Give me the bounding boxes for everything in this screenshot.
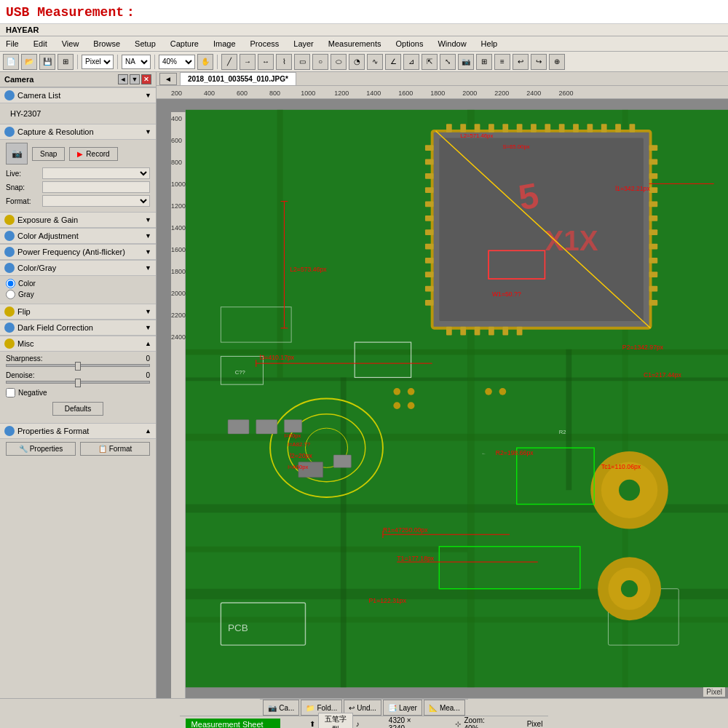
na-select[interactable]: NA bbox=[122, 55, 151, 69]
toolbar-ellipse[interactable]: ⬭ bbox=[331, 54, 347, 70]
menu-file[interactable]: File bbox=[3, 38, 22, 50]
camera-taskbar-btn[interactable]: 📷 Ca... bbox=[263, 700, 299, 716]
svg-rect-54 bbox=[649, 159, 658, 165]
menu-help[interactable]: Help bbox=[478, 38, 501, 50]
svg-rect-49 bbox=[475, 327, 480, 336]
measurement-sheet-btn[interactable]: Measurement Sheet bbox=[186, 719, 280, 729]
defaults-button[interactable]: Defaults bbox=[52, 402, 104, 416]
menu-setup[interactable]: Setup bbox=[132, 38, 159, 50]
snap-button[interactable]: Snap bbox=[32, 147, 65, 161]
menu-browse[interactable]: Browse bbox=[90, 38, 123, 50]
properties-button[interactable]: 🔧 Properties bbox=[6, 442, 76, 456]
camera-taskbar-icon: 📷 bbox=[268, 704, 277, 712]
sharpness-thumb[interactable] bbox=[75, 362, 81, 371]
format-select[interactable] bbox=[42, 195, 150, 207]
dark-field-header[interactable]: Dark Field Correction ▼ bbox=[0, 320, 156, 336]
toolbar-save[interactable]: 💾 bbox=[39, 54, 55, 70]
snap-field-row: Snap: bbox=[6, 181, 150, 193]
canvas-container[interactable]: 400 600 800 1000 1200 1400 1600 1800 200… bbox=[171, 99, 728, 698]
denoise-thumb[interactable] bbox=[75, 379, 81, 387]
svg-rect-64 bbox=[649, 300, 658, 306]
toolbar-open[interactable]: 📂 bbox=[21, 54, 37, 70]
svg-rect-30 bbox=[425, 272, 434, 277]
power-freq-header[interactable]: Power Frequency (Anti-flicker) ▼ bbox=[0, 244, 156, 260]
toolbar-curve[interactable]: ∿ bbox=[367, 54, 383, 70]
camera-list-header[interactable]: Camera List ▼ bbox=[0, 87, 156, 103]
svg-rect-31 bbox=[425, 286, 434, 292]
toolbar-grid[interactable]: ⊞ bbox=[58, 54, 74, 70]
toolbar-3pt[interactable]: ⊿ bbox=[403, 54, 419, 70]
ruler-800: 800 bbox=[269, 90, 280, 97]
pixel-select[interactable]: Pixel bbox=[82, 55, 114, 69]
menu-options[interactable]: Options bbox=[393, 38, 427, 50]
toolbar-measure-line[interactable]: ↔ bbox=[258, 54, 274, 70]
layer-taskbar-btn[interactable]: 📑 Layer bbox=[383, 700, 422, 716]
menu-view[interactable]: View bbox=[59, 38, 82, 50]
svg-rect-46 bbox=[630, 124, 636, 132]
snap-field-input[interactable] bbox=[42, 181, 150, 193]
menu-layer[interactable]: Layer bbox=[290, 38, 317, 50]
color-radio[interactable] bbox=[6, 279, 15, 288]
title-text: USB Measurement： bbox=[6, 5, 137, 20]
toolbar-scale[interactable]: ⤡ bbox=[440, 54, 456, 70]
svg-rect-58 bbox=[649, 215, 658, 221]
pcb-canvas[interactable]: PCB 5 X1X bbox=[186, 99, 728, 698]
color-gray-header[interactable]: Color/Gray ▼ bbox=[0, 260, 156, 276]
toolbar-line[interactable]: ╱ bbox=[221, 54, 237, 70]
tab-prev-btn[interactable]: ◄ bbox=[159, 73, 177, 85]
toolbar-redo[interactable]: ↪ bbox=[531, 54, 547, 70]
zoom-select[interactable]: 40% bbox=[159, 55, 195, 69]
toolbar-undo[interactable]: ↩ bbox=[513, 54, 529, 70]
menu-measurements[interactable]: Measurements bbox=[325, 38, 384, 50]
mea-taskbar-btn[interactable]: 📐 Mea... bbox=[424, 700, 465, 716]
color-adj-header[interactable]: Color Adjustment ▼ bbox=[0, 228, 156, 244]
misc-arrow: ▲ bbox=[145, 340, 151, 347]
gray-radio[interactable] bbox=[6, 290, 15, 299]
live-select[interactable] bbox=[42, 167, 150, 179]
toolbar-new[interactable]: 📄 bbox=[3, 54, 19, 70]
toolbar-move[interactable]: ⇱ bbox=[422, 54, 438, 70]
menu-capture[interactable]: Capture bbox=[167, 38, 202, 50]
toolbar-rect[interactable]: ▭ bbox=[294, 54, 310, 70]
svg-rect-63 bbox=[649, 286, 658, 292]
toolbar-hand[interactable]: ✋ bbox=[197, 54, 213, 70]
panel-arrow-btn[interactable]: ▼ bbox=[130, 74, 140, 84]
toolbar-grid2[interactable]: ⊞ bbox=[476, 54, 492, 70]
toolbar-arrow[interactable]: → bbox=[240, 54, 256, 70]
menu-process[interactable]: Process bbox=[248, 38, 282, 50]
menu-edit[interactable]: Edit bbox=[31, 38, 50, 50]
folder-taskbar-label: Fold... bbox=[317, 704, 337, 712]
toolbar-poly[interactable]: ⌇ bbox=[276, 54, 292, 70]
misc-header[interactable]: Misc ▲ bbox=[0, 336, 156, 352]
toolbar-angle[interactable]: ∠ bbox=[385, 54, 401, 70]
svg-rect-78 bbox=[333, 455, 351, 467]
negative-checkbox[interactable] bbox=[6, 388, 15, 397]
format-button[interactable]: 📋 Format bbox=[80, 442, 150, 456]
negative-row: Negative bbox=[6, 388, 150, 397]
properties-header[interactable]: Properties & Format ▲ bbox=[0, 423, 156, 439]
tab-filename: 2018_0101_003554_010.JPG* bbox=[188, 75, 288, 83]
capture-label: Capture & Resolution bbox=[17, 127, 94, 136]
toolbar-misc[interactable]: ⊕ bbox=[549, 54, 565, 70]
toolbar-circle[interactable]: ○ bbox=[312, 54, 328, 70]
ruler-1600: 1600 bbox=[398, 90, 413, 97]
capture-header[interactable]: Capture & Resolution ▼ bbox=[0, 124, 156, 140]
ruler-1800v: 1800 bbox=[171, 268, 185, 275]
record-button[interactable]: ▶ Record bbox=[69, 147, 117, 161]
toolbar-camera2[interactable]: 📷 bbox=[458, 54, 474, 70]
toolbar-align[interactable]: ≡ bbox=[494, 54, 510, 70]
sharpness-slider[interactable] bbox=[6, 364, 150, 367]
panel-pin-btn[interactable]: ◄ bbox=[118, 74, 128, 84]
ime-button[interactable]: 五笔字型 bbox=[318, 713, 353, 729]
toolbar-arc[interactable]: ◔ bbox=[349, 54, 365, 70]
power-freq-label: Power Frequency (Anti-flicker) bbox=[17, 248, 125, 256]
menu-window[interactable]: Window bbox=[435, 38, 469, 50]
flip-header[interactable]: Flip ▼ bbox=[0, 304, 156, 320]
denoise-slider[interactable] bbox=[6, 381, 150, 384]
dark-field-label: Dark Field Correction bbox=[17, 323, 93, 332]
panel-close-btn[interactable]: ✕ bbox=[141, 74, 151, 84]
exposure-header[interactable]: Exposure & Gain ▼ bbox=[0, 212, 156, 228]
image-tab[interactable]: 2018_0101_003554_010.JPG* bbox=[180, 72, 296, 85]
menu-image[interactable]: Image bbox=[210, 38, 239, 50]
ruler-1400v: 1400 bbox=[171, 224, 185, 232]
